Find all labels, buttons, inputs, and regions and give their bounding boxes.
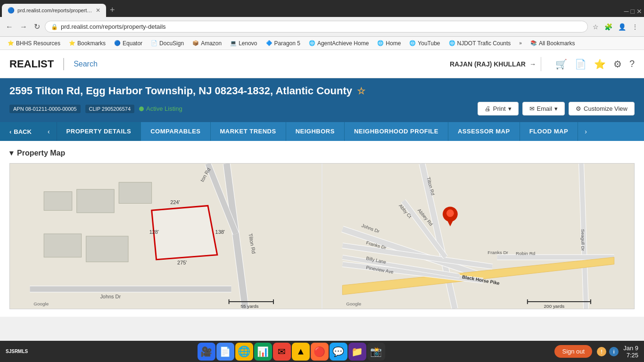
bookmark-equator[interactable]: 🔵 Equator: [110, 39, 146, 48]
street-map[interactable]: Tilton Rd Johns Dr Franks Dr Franks Dr R…: [322, 164, 634, 309]
bookmark-more[interactable]: »: [515, 40, 526, 47]
tab-assessor-map[interactable]: ASSESSOR MAP: [448, 122, 520, 141]
favorite-icon[interactable]: ☆: [357, 85, 365, 97]
bookmark-more-chevron: »: [519, 41, 522, 46]
logout-icon[interactable]: →: [529, 60, 536, 68]
drive-icon: ▲: [296, 346, 305, 357]
bookmark-amazon-label: Amazon: [201, 40, 222, 47]
svg-text:55 yards: 55 yards: [240, 304, 258, 309]
taskbar-gmail-icon[interactable]: ✉: [273, 343, 291, 361]
photos-icon: 📸: [370, 346, 382, 357]
taskbar-date: Jan 9: [623, 345, 638, 352]
tab-title: prd.realist.com/reports/property-details: [17, 8, 93, 13]
bookmark-amazon[interactable]: 📦 Amazon: [189, 39, 225, 48]
bookmarks-bar: ⭐ BHHS Resources ⭐ Bookmarks 🔵 Equator 📄…: [0, 37, 644, 50]
header-icons: 🛒 📄 ⭐ ⚙ ?: [555, 58, 635, 70]
taskbar-logo: SJSRMLS: [6, 349, 28, 354]
minimize-button[interactable]: ─: [624, 8, 629, 15]
bookmark-docusign[interactable]: 📄 DocuSign: [147, 39, 188, 48]
taskbar-sheets-icon[interactable]: 📊: [254, 343, 272, 361]
taskbar-zoom-icon[interactable]: 🎥: [198, 343, 215, 361]
print-icon: 🖨: [485, 105, 491, 112]
print-button[interactable]: 🖨 Print ▾: [478, 102, 519, 115]
close-window-button[interactable]: ✕: [636, 8, 642, 15]
bookmark-bookmarks-label: Bookmarks: [77, 40, 106, 47]
bookmark-docusign-label: DocuSign: [159, 40, 184, 47]
taskbar-drive-icon[interactable]: ▲: [292, 343, 310, 361]
help-icon[interactable]: ?: [629, 58, 635, 70]
menu-button[interactable]: ⋮: [630, 21, 640, 33]
tab-prev-button[interactable]: ‹: [41, 122, 57, 141]
extensions-button[interactable]: 🧩: [603, 21, 614, 33]
section-title-text: Property Map: [17, 149, 65, 157]
taskbar-messages-icon[interactable]: 💬: [330, 343, 347, 361]
bookmark-njdot[interactable]: 🌐 NJDOT Trafic Counts: [445, 39, 515, 48]
tab-flood-map[interactable]: FLOOD MAP: [520, 122, 578, 141]
bookmark-all-icon: 📚: [530, 40, 537, 46]
user-name: RAJAN (RAJ) KHULLAR: [450, 60, 526, 68]
tab-comparables[interactable]: COMPARABLES: [141, 122, 210, 141]
bookmark-youtube[interactable]: 🌐 YouTube: [405, 39, 444, 48]
bookmark-njdot-label: NJDOT Trafic Counts: [457, 40, 511, 47]
reload-button[interactable]: ↻: [32, 20, 42, 33]
star-icon[interactable]: ⭐: [594, 58, 606, 70]
tab-close-button[interactable]: ✕: [96, 7, 100, 14]
header-divider: [541, 57, 541, 71]
bookmark-bookmarks[interactable]: ⭐ Bookmarks: [65, 39, 109, 48]
maximize-button[interactable]: □: [631, 8, 635, 15]
bookmark-amazon-icon: 📦: [192, 40, 199, 46]
print-dropdown-icon: ▾: [508, 105, 512, 112]
customize-button[interactable]: ⚙ Customize View: [569, 102, 635, 115]
bookmark-youtube-label: YouTube: [418, 40, 440, 47]
profile-button[interactable]: 👤: [616, 21, 628, 33]
tab-next-button[interactable]: ›: [578, 122, 594, 141]
bookmark-agentachieve-label: AgentAchieve Home: [317, 40, 369, 47]
cart-icon[interactable]: 🛒: [555, 58, 567, 70]
svg-text:Google: Google: [33, 301, 49, 306]
taskbar-files-icon[interactable]: 📁: [348, 343, 366, 361]
tab-neighborhood-profile[interactable]: NEIGHBORHOOD PROFILE: [345, 122, 448, 141]
app-header: REALIST Search RAJAN (RAJ) KHULLAR → 🛒 📄…: [0, 50, 644, 78]
property-map-section-title[interactable]: ▾ Property Map: [9, 148, 635, 157]
warning-icon: !: [597, 347, 606, 356]
back-button[interactable]: ←: [4, 21, 15, 33]
svg-rect-9: [44, 192, 72, 211]
bookmark-agentachieve[interactable]: 🌐 AgentAchieve Home: [305, 39, 372, 48]
sign-out-button[interactable]: Sign out: [554, 345, 592, 358]
url-text: prd.realist.com/reports/property-details: [61, 23, 582, 30]
bookmark-bhhs[interactable]: ⭐ BHHS Resources: [4, 39, 64, 48]
taskbar-logo-text: SJSRMLS: [6, 349, 28, 354]
main-content: ▾ Property Map: [0, 141, 644, 317]
chevron-right-icon: ›: [585, 128, 587, 135]
files-icon: 📁: [351, 346, 363, 357]
email-icon: ✉: [529, 105, 535, 112]
tab-property-details[interactable]: PROPERTY DETAILS: [57, 122, 141, 141]
customize-icon: ⚙: [576, 105, 581, 112]
apn-badge: APN 08-01211-0000-00005: [9, 105, 81, 113]
email-label: Email: [537, 105, 553, 112]
taskbar-photos-icon[interactable]: 📸: [367, 343, 385, 361]
star-bookmark-button[interactable]: ☆: [591, 21, 601, 33]
tab-market-trends[interactable]: MARKET TRENDS: [211, 122, 286, 141]
chrome-icon: 🌐: [238, 346, 250, 358]
tab-neighbors[interactable]: NEIGHBORS: [286, 122, 345, 141]
document-icon[interactable]: 📄: [575, 58, 586, 70]
taskbar-chrome-icon[interactable]: 🌐: [235, 343, 253, 361]
bookmark-paragon[interactable]: 🔷 Paragon 5: [262, 39, 304, 48]
taskbar-docs-icon[interactable]: 📄: [216, 343, 234, 361]
bookmark-all-bookmarks[interactable]: 📚 All Bookmarks: [527, 39, 579, 48]
property-header: 2595 Tilton Rd, Egg Harbor Township, NJ …: [0, 78, 644, 122]
bookmark-home[interactable]: 🌐 Home: [373, 39, 405, 48]
email-button[interactable]: ✉ Email ▾: [522, 102, 565, 115]
parcel-map[interactable]: 224' 138' 128' 275' Tilton Rd ton Rd Joh…: [10, 164, 322, 309]
address-bar[interactable]: 🔒 prd.realist.com/reports/property-detai…: [45, 21, 588, 33]
active-tab[interactable]: 🔵 prd.realist.com/reports/property-detai…: [2, 4, 106, 17]
settings-icon[interactable]: ⚙: [613, 58, 622, 70]
bookmark-lenovo[interactable]: 💻 Lenovo: [226, 39, 261, 48]
search-link[interactable]: Search: [74, 60, 450, 68]
back-nav-button[interactable]: ‹ BACK: [0, 122, 41, 141]
taskbar-app6-icon[interactable]: 🔴: [311, 343, 329, 361]
taskbar-apps: 🎥 📄 🌐 📊 ✉ ▲ 🔴 💬 📁 📸: [33, 343, 549, 361]
forward-button[interactable]: →: [18, 21, 29, 33]
new-tab-button[interactable]: +: [106, 3, 119, 17]
